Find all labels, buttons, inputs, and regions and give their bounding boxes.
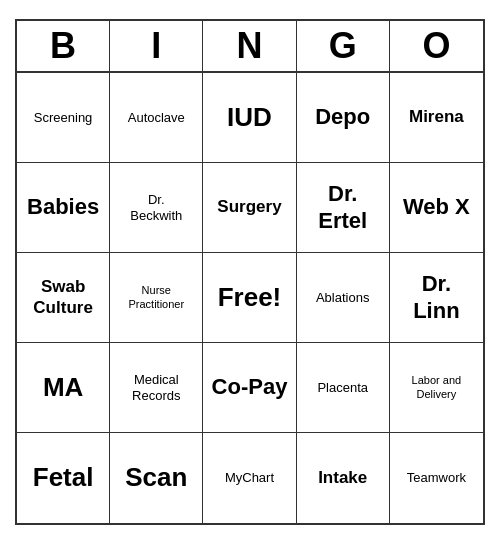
- cell-text: MA: [43, 372, 83, 403]
- header-letter: B: [17, 21, 110, 71]
- cell-text: Surgery: [217, 197, 281, 217]
- bingo-cell: Intake: [297, 433, 390, 523]
- bingo-cell: Screening: [17, 73, 110, 163]
- bingo-grid: ScreeningAutoclaveIUDDepoMirenaBabiesDr.…: [17, 73, 483, 523]
- cell-text: Mirena: [409, 107, 464, 127]
- cell-text: Swab Culture: [21, 277, 105, 318]
- header-letter: I: [110, 21, 203, 71]
- cell-text: MyChart: [225, 470, 274, 486]
- bingo-card: BINGO ScreeningAutoclaveIUDDepoMirenaBab…: [15, 19, 485, 525]
- header-letter: G: [297, 21, 390, 71]
- bingo-cell: Nurse Practitioner: [110, 253, 203, 343]
- cell-text: Ablations: [316, 290, 369, 306]
- cell-text: Depo: [315, 104, 370, 130]
- bingo-cell: MA: [17, 343, 110, 433]
- cell-text: Nurse Practitioner: [114, 284, 198, 310]
- bingo-cell: Ablations: [297, 253, 390, 343]
- bingo-header: BINGO: [17, 21, 483, 73]
- cell-text: Web X: [403, 194, 470, 220]
- cell-text: Medical Records: [114, 372, 198, 403]
- bingo-cell: Dr. Beckwith: [110, 163, 203, 253]
- cell-text: Intake: [318, 468, 367, 488]
- bingo-cell: IUD: [203, 73, 296, 163]
- cell-text: Dr. Ertel: [318, 181, 367, 234]
- cell-text: Dr. Linn: [413, 271, 459, 324]
- header-letter: N: [203, 21, 296, 71]
- bingo-cell: Scan: [110, 433, 203, 523]
- cell-text: Autoclave: [128, 110, 185, 126]
- bingo-cell: Depo: [297, 73, 390, 163]
- bingo-cell: Dr. Linn: [390, 253, 483, 343]
- bingo-cell: Swab Culture: [17, 253, 110, 343]
- bingo-cell: Labor and Delivery: [390, 343, 483, 433]
- bingo-cell: Autoclave: [110, 73, 203, 163]
- bingo-cell: Web X: [390, 163, 483, 253]
- bingo-cell: Dr. Ertel: [297, 163, 390, 253]
- bingo-cell: Free!: [203, 253, 296, 343]
- cell-text: Free!: [218, 282, 282, 313]
- cell-text: IUD: [227, 102, 272, 133]
- bingo-cell: Placenta: [297, 343, 390, 433]
- header-letter: O: [390, 21, 483, 71]
- cell-text: Teamwork: [407, 470, 466, 486]
- bingo-cell: MyChart: [203, 433, 296, 523]
- bingo-cell: Babies: [17, 163, 110, 253]
- bingo-cell: Mirena: [390, 73, 483, 163]
- cell-text: Scan: [125, 462, 187, 493]
- cell-text: Co-Pay: [212, 374, 288, 400]
- cell-text: Babies: [27, 194, 99, 220]
- bingo-cell: Co-Pay: [203, 343, 296, 433]
- cell-text: Placenta: [317, 380, 368, 396]
- cell-text: Screening: [34, 110, 93, 126]
- cell-text: Fetal: [33, 462, 94, 493]
- cell-text: Dr. Beckwith: [130, 192, 182, 223]
- cell-text: Labor and Delivery: [394, 374, 479, 400]
- bingo-cell: Fetal: [17, 433, 110, 523]
- bingo-cell: Teamwork: [390, 433, 483, 523]
- bingo-cell: Medical Records: [110, 343, 203, 433]
- bingo-cell: Surgery: [203, 163, 296, 253]
